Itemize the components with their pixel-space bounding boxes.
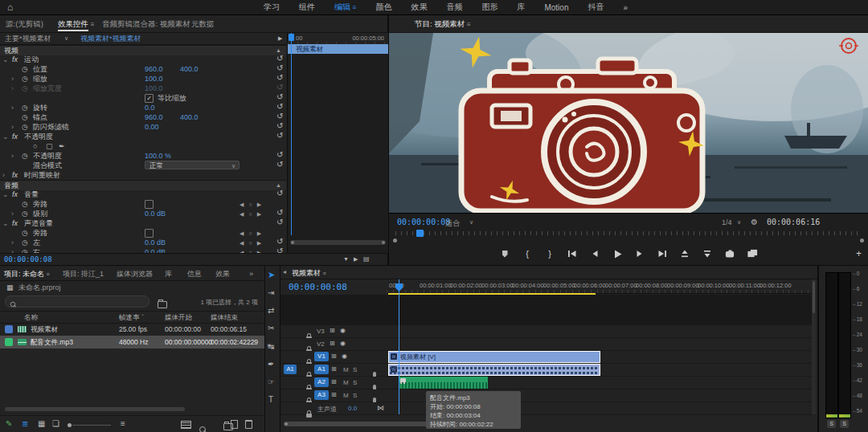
- pen-tool[interactable]: ✒: [268, 360, 274, 369]
- clip-video[interactable]: fx 视频素材 [V]: [388, 351, 600, 363]
- solo-button[interactable]: S: [353, 366, 357, 373]
- tab-project[interactable]: 项目: 未命名 ≡: [4, 269, 50, 279]
- param-row-rotation[interactable]: ›◷旋转0.0↺: [0, 103, 286, 112]
- param-row-scale[interactable]: ›◷缩放100.0↺: [0, 74, 286, 84]
- panel-menu-icon[interactable]: ≡: [47, 271, 50, 277]
- mini-playhead[interactable]: [291, 33, 292, 235]
- track-v3[interactable]: V3 ⊞ ◉: [280, 325, 813, 337]
- selection-tool[interactable]: ➤: [268, 270, 275, 280]
- clear-button[interactable]: [245, 420, 252, 429]
- track-target-v1[interactable]: V1: [314, 352, 329, 361]
- group-row-channel-volume[interactable]: ⌄fx声道音量↺: [0, 218, 286, 228]
- param-row-uniform-scale[interactable]: ✓等比缩放↺: [0, 93, 286, 103]
- play-button[interactable]: [611, 248, 624, 259]
- stopwatch-icon[interactable]: ◷: [22, 103, 28, 112]
- stopwatch-icon[interactable]: ◷: [22, 199, 28, 209]
- anchor-x-value[interactable]: 960.0: [145, 112, 163, 122]
- stopwatch-icon[interactable]: ◷: [22, 228, 28, 238]
- anchor-y-value[interactable]: 400.0: [180, 112, 199, 122]
- solo-button[interactable]: S: [353, 379, 357, 386]
- sequence-clip-label[interactable]: 视频素材*视频素材: [80, 33, 141, 44]
- expander-icon[interactable]: ⌄: [2, 55, 9, 64]
- track-target-a2[interactable]: A2: [314, 377, 329, 387]
- mini-playhead-head[interactable]: [289, 34, 294, 41]
- track-target-a3[interactable]: A3: [314, 390, 329, 400]
- export-frame-button[interactable]: [723, 248, 736, 259]
- group-row-volume[interactable]: ⌄fx音量↺: [0, 190, 286, 199]
- media-name[interactable]: 配音文件.mp3: [31, 336, 73, 348]
- timeline-v-scrollbar[interactable]: [812, 279, 816, 414]
- new-item-button[interactable]: [231, 420, 238, 429]
- level-value[interactable]: 0.0 dB: [145, 209, 166, 218]
- workspace-tab-audio[interactable]: 音频: [446, 2, 462, 13]
- master-clip-label[interactable]: 主要*视频素材: [5, 33, 51, 44]
- workspace-menu-icon[interactable]: ≡: [353, 4, 357, 11]
- track-a1[interactable]: A1 A1 ⊞ M S fx: [280, 364, 813, 376]
- add-marker-button[interactable]: [498, 248, 511, 259]
- stopwatch-icon[interactable]: ◷: [22, 209, 28, 218]
- rect-mask-icon[interactable]: ▢: [46, 141, 53, 151]
- eye-icon[interactable]: ◉: [340, 327, 346, 334]
- workspace-overflow-icon[interactable]: »: [623, 3, 628, 12]
- reset-icon[interactable]: ↺: [276, 73, 283, 83]
- stopwatch-icon[interactable]: ◷: [22, 238, 28, 247]
- tab-media-browser[interactable]: 媒体浏览器: [117, 269, 153, 279]
- stopwatch-icon[interactable]: ◷: [22, 122, 28, 132]
- bypass-checkbox[interactable]: [145, 229, 154, 238]
- workspace-tab-motion[interactable]: Motion: [544, 3, 568, 12]
- sync-lock-icon[interactable]: ⊞: [331, 378, 337, 385]
- automate-to-sequence-button[interactable]: [181, 421, 191, 429]
- right-value[interactable]: 0.0 dB: [145, 247, 166, 253]
- media-name[interactable]: 视频素材: [31, 323, 58, 336]
- mute-button[interactable]: M: [343, 379, 349, 386]
- tab-audio-clip-mixer[interactable]: 音频剪辑混合器: 视频素材: [102, 19, 190, 30]
- position-x-value[interactable]: 960.0: [145, 64, 163, 74]
- track-master[interactable]: 主声道 0.0 ⋈: [280, 402, 813, 414]
- scrollbar-handle-left[interactable]: [285, 422, 288, 426]
- ripple-edit-tool[interactable]: ⇄: [268, 306, 274, 315]
- tab-overflow-icon[interactable]: »: [249, 269, 253, 278]
- type-tool[interactable]: T: [268, 395, 273, 404]
- pen-mask-icon[interactable]: ✒: [59, 141, 65, 151]
- workspace-tab-douyin[interactable]: 抖音: [588, 2, 604, 13]
- mini-h-scrollbar[interactable]: [290, 240, 386, 245]
- mute-button[interactable]: M: [343, 366, 349, 373]
- blend-mode-select[interactable]: 正常∨: [145, 161, 240, 169]
- filter-properties-icon[interactable]: ▼: [343, 254, 349, 265]
- slip-tool[interactable]: ↹: [268, 342, 274, 351]
- workspace-tab-graphics[interactable]: 图形: [481, 2, 497, 13]
- tab-source-monitor[interactable]: 源:(无剪辑): [6, 19, 43, 30]
- eye-icon[interactable]: ◉: [342, 353, 347, 360]
- mute-button[interactable]: M: [343, 392, 349, 399]
- workspace-tab-effects[interactable]: 效果: [411, 2, 427, 13]
- sync-lock-icon[interactable]: ⊞: [331, 365, 337, 373]
- param-row-level[interactable]: ›◷级别0.0 dB◀○▶↺: [0, 209, 286, 218]
- column-media-end[interactable]: 媒体结束: [211, 312, 238, 323]
- step-forward-button[interactable]: [633, 248, 646, 259]
- reset-icon[interactable]: ↺: [276, 54, 283, 63]
- zoom-slider-knob[interactable]: [68, 423, 72, 427]
- project-h-scrollbar[interactable]: [5, 407, 185, 411]
- step-back-button[interactable]: [588, 248, 601, 259]
- stopwatch-icon[interactable]: ◷: [22, 112, 28, 122]
- lane-toggle-icon[interactable]: ▶: [278, 33, 282, 44]
- workspace-tab-learn[interactable]: 学习: [264, 2, 280, 13]
- track-a2[interactable]: A2 ⊞ M S: [280, 377, 813, 389]
- left-value[interactable]: 0.0 dB: [145, 238, 166, 247]
- column-name[interactable]: 名称: [24, 312, 38, 323]
- workspace-tab-editing[interactable]: 编辑 ≡: [334, 2, 356, 13]
- project-file-name[interactable]: 未命名.prproj: [18, 281, 61, 294]
- solo-button[interactable]: S: [353, 392, 357, 399]
- stopwatch-icon[interactable]: ◷: [22, 151, 28, 161]
- icon-view-button[interactable]: ▦: [38, 419, 45, 428]
- track-target-a1[interactable]: A1: [314, 365, 329, 374]
- group-row-opacity[interactable]: ⌄fx不透明度↺: [0, 132, 286, 141]
- eye-icon[interactable]: ◉: [340, 340, 346, 347]
- group-row-time-remap[interactable]: ›fx时间重映射: [0, 170, 286, 180]
- master-chevron-icon[interactable]: ∨: [64, 33, 68, 44]
- zoom-handle-right[interactable]: [860, 238, 864, 242]
- ec-playhead-timecode[interactable]: 00:00:00:08: [4, 254, 52, 265]
- sync-lock-icon[interactable]: ⊞: [330, 327, 335, 334]
- label-color-chip[interactable]: [5, 325, 13, 333]
- extract-button[interactable]: [701, 248, 714, 259]
